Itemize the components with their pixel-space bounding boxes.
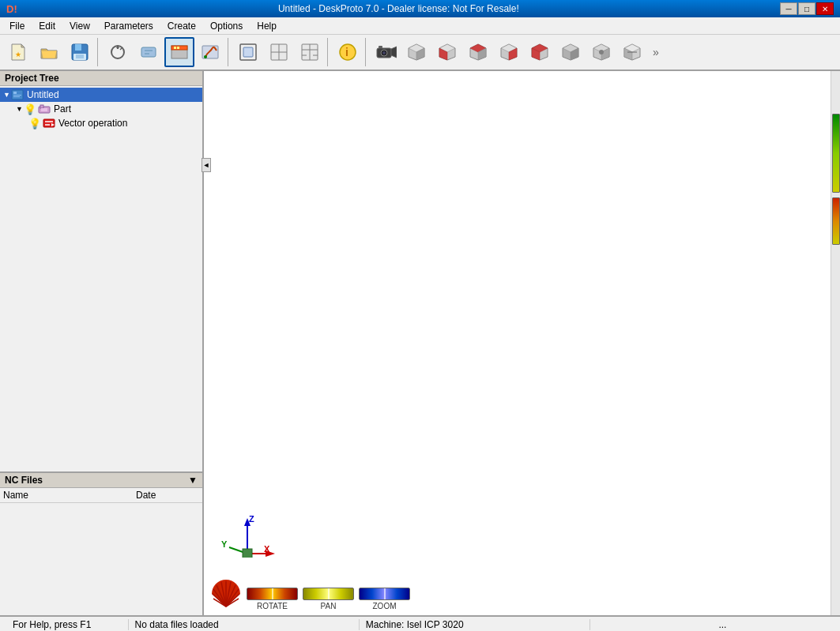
- menu-edit[interactable]: Edit: [32, 19, 62, 33]
- svg-text:Z: Z: [249, 514, 254, 524]
- open-button[interactable]: [34, 37, 64, 67]
- main-layout: Project Tree ▼ Untitled ▼ 💡: [0, 71, 840, 615]
- more-icon: »: [653, 46, 659, 58]
- new-button[interactable]: ★: [3, 37, 33, 67]
- toolbar: ★ i: [0, 35, 840, 71]
- tree-node-part[interactable]: ▼ 💡 Part: [0, 102, 202, 116]
- svg-rect-6: [76, 54, 84, 58]
- svg-rect-9: [141, 47, 156, 57]
- settings-button[interactable]: [295, 37, 325, 67]
- project-tree-content: ▼ Untitled ▼ 💡 Part: [0, 86, 202, 132]
- menubar: File Edit View Parameters Create Options…: [0, 17, 840, 35]
- rotate-part-button[interactable]: [103, 37, 133, 67]
- status-data: No data files loaded: [129, 619, 360, 630]
- cube-3d-button-1[interactable]: [401, 37, 431, 67]
- split-view-button[interactable]: [264, 37, 294, 67]
- separator-1: [97, 38, 100, 66]
- save-button[interactable]: [65, 37, 95, 67]
- restore-button[interactable]: □: [798, 2, 816, 15]
- part-settings-button[interactable]: [134, 37, 164, 67]
- svg-rect-34: [379, 46, 382, 48]
- zoom-indicator-red: [832, 197, 840, 245]
- project-tree-panel: Project Tree ▼ Untitled ▼ 💡: [0, 71, 202, 473]
- zoom-label: ZOOM: [373, 602, 397, 610]
- rotate-control[interactable]: ROTATE: [247, 588, 298, 610]
- cube-combined-button[interactable]: [525, 37, 555, 67]
- status-machine: Machine: Isel ICP 3020: [360, 619, 590, 630]
- statusbar: For Help, press F1 No data files loaded …: [0, 615, 840, 631]
- job-button[interactable]: [164, 37, 194, 67]
- toolpath-button[interactable]: [195, 37, 225, 67]
- svg-marker-33: [391, 47, 397, 58]
- nc-files-title: NC Files: [5, 475, 43, 486]
- cube-special-button[interactable]: [617, 37, 647, 67]
- svg-rect-64: [13, 96, 20, 97]
- menu-create[interactable]: Create: [161, 19, 202, 33]
- svg-point-32: [382, 51, 386, 54]
- left-panel: Project Tree ▼ Untitled ▼ 💡: [0, 71, 204, 615]
- svg-rect-63: [13, 95, 21, 96]
- svg-rect-80: [243, 549, 252, 558]
- tree-node-vector[interactable]: 💡 Vector operation: [0, 116, 202, 130]
- nc-files-panel: NC Files ▼ Name Date: [0, 473, 202, 615]
- zoom-fit-button[interactable]: [233, 37, 263, 67]
- vertical-zoom-bar[interactable]: [831, 71, 840, 615]
- separator-2: [228, 38, 231, 66]
- app-logo: D!: [6, 3, 17, 15]
- menu-help[interactable]: Help: [250, 19, 283, 33]
- separator-3: [327, 38, 330, 66]
- svg-rect-15: [177, 47, 179, 49]
- svg-rect-68: [43, 119, 55, 127]
- svg-rect-66: [40, 105, 43, 108]
- zoom-control[interactable]: ZOOM: [359, 588, 410, 610]
- tree-node-untitled[interactable]: ▼ Untitled: [0, 88, 202, 102]
- svg-text:★: ★: [15, 51, 21, 58]
- titlebar: D! Untitled - DeskProto 7.0 - Dealer lic…: [0, 0, 840, 17]
- zoom-slider-track[interactable]: [359, 588, 410, 600]
- nc-col-date: Date: [136, 490, 199, 501]
- bulb-icon-vector: 💡: [28, 117, 41, 130]
- cube-right-button[interactable]: [494, 37, 524, 67]
- more-button[interactable]: »: [648, 37, 664, 67]
- svg-point-56: [599, 50, 604, 54]
- menu-view[interactable]: View: [63, 19, 96, 33]
- bottom-controls: ROTATE PAN ZOOM: [210, 580, 410, 610]
- expand-icon-part[interactable]: ▼: [16, 105, 24, 113]
- status-section5: ...: [712, 619, 834, 630]
- minimize-button[interactable]: ─: [780, 2, 797, 15]
- expand-icon-untitled[interactable]: ▼: [3, 91, 11, 99]
- bulb-icon-part: 💡: [24, 103, 36, 115]
- collapse-panel-button[interactable]: ◄: [202, 158, 211, 172]
- project-tree-header: Project Tree: [0, 71, 202, 86]
- cube-red-button[interactable]: [432, 37, 462, 67]
- cube-gray-button[interactable]: [556, 37, 586, 67]
- fan-dial[interactable]: [210, 580, 242, 610]
- cube-top-button[interactable]: [463, 37, 493, 67]
- vector-icon: [43, 117, 55, 130]
- window-title: Untitled - DeskProto 7.0 - Dealer licens…: [17, 3, 780, 14]
- pan-label: PAN: [321, 602, 337, 610]
- window-controls: ─ □ ✕: [780, 2, 834, 15]
- nc-files-header: NC Files ▼: [0, 473, 202, 488]
- tree-label-untitled: Untitled: [27, 89, 59, 100]
- svg-point-17: [204, 55, 207, 58]
- canvas-area[interactable]: Z X Y: [204, 71, 840, 615]
- tree-label-part: Part: [54, 103, 71, 115]
- camera-button[interactable]: [371, 37, 401, 67]
- separator-4: [365, 38, 368, 66]
- close-button[interactable]: ✕: [816, 2, 834, 15]
- axes-indicator: Z X Y: [220, 514, 275, 560]
- rotate-slider-track[interactable]: [247, 588, 298, 600]
- nc-files-dropdown[interactable]: ▼: [188, 475, 198, 486]
- menu-parameters[interactable]: Parameters: [98, 19, 160, 33]
- svg-rect-67: [41, 108, 47, 111]
- menu-file[interactable]: File: [3, 19, 31, 33]
- pan-slider-track[interactable]: [303, 588, 354, 600]
- cube-textured-button[interactable]: [586, 37, 616, 67]
- menu-options[interactable]: Options: [204, 19, 249, 33]
- svg-rect-14: [174, 47, 176, 49]
- tree-label-vector: Vector operation: [58, 118, 127, 129]
- info-button[interactable]: i: [333, 37, 363, 67]
- svg-text:Y: Y: [221, 539, 228, 549]
- pan-control[interactable]: PAN: [303, 588, 354, 610]
